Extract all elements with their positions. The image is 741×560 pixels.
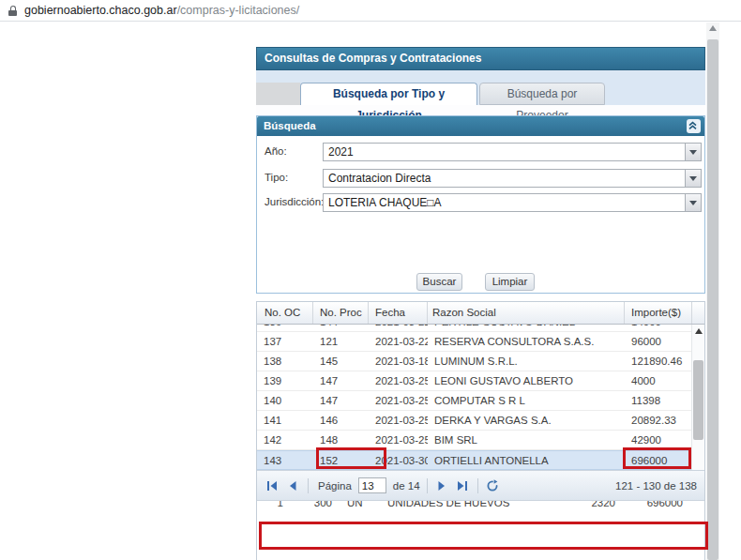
results-cell: 2021-03-25	[369, 371, 428, 390]
results-header-spacer	[692, 302, 704, 324]
url-path: /compras-y-licitaciones/	[177, 4, 300, 17]
results-cell: 42900	[625, 431, 692, 449]
last-page-button[interactable]	[454, 477, 471, 494]
results-cell: ORTIELLI ANTONELLA	[428, 451, 625, 469]
search-panel-title: Búsqueda	[264, 120, 316, 131]
page-label: Página	[318, 480, 352, 492]
refresh-button[interactable]	[484, 477, 501, 494]
next-page-icon	[436, 480, 447, 492]
field-label-tipo: Tipo:	[265, 172, 288, 183]
results-cell: 142	[257, 431, 313, 449]
results-cell: 139	[257, 371, 313, 390]
results-cell: COMPUTAR S R L	[428, 391, 625, 410]
results-row[interactable]: 1381452021-03-18LUMINUM S.R.L.121890.46	[257, 352, 704, 371]
results-scrollbar-thumb[interactable]	[693, 360, 703, 440]
results-cell: 144	[313, 325, 369, 331]
results-cell: 96000	[625, 332, 692, 351]
results-cell: 14000	[625, 325, 692, 331]
panel-title: Consultas de Compras y Contrataciones	[256, 47, 705, 70]
refresh-icon	[486, 479, 499, 492]
results-cell: 4000	[625, 371, 692, 390]
results-cell: 140	[257, 391, 313, 410]
prev-page-button[interactable]	[284, 477, 301, 494]
pager-range-label: 121 - 130 de 138	[615, 480, 697, 492]
results-cell: 143	[257, 451, 313, 469]
anio-select[interactable]: 2021	[323, 143, 702, 161]
lock-icon[interactable]	[8, 6, 18, 17]
results-column-header[interactable]: Importe($)	[625, 302, 692, 324]
anio-select-value: 2021	[328, 144, 684, 160]
results-row[interactable]: 1361442021-03-22PERTILE GUSTAVO DANIEL14…	[257, 325, 704, 332]
last-page-icon	[456, 480, 468, 492]
results-cell: 138	[257, 352, 313, 371]
results-column-header[interactable]: Fecha	[369, 302, 428, 324]
results-row[interactable]: 1401472021-03-25COMPUTAR S R L11398	[257, 391, 704, 411]
results-cell: 145	[313, 352, 369, 371]
first-page-icon	[266, 480, 279, 492]
chevron-down-icon[interactable]	[685, 170, 701, 187]
first-page-button[interactable]	[264, 477, 280, 494]
results-cell: 146	[313, 411, 369, 430]
highlight-box-importe	[623, 447, 691, 469]
results-cell: 121	[313, 332, 369, 351]
page-scrollbar[interactable]	[706, 23, 719, 560]
results-cell: 121890.46	[625, 352, 692, 371]
results-header: No. OCNo. ProcFechaRazon SocialImporte($…	[257, 302, 704, 325]
pager-toolbar: Página de 14 121 - 130 de 1	[257, 470, 704, 501]
collapse-panel-button[interactable]	[687, 119, 701, 133]
results-cell: 2021-03-25	[369, 431, 428, 449]
results-row[interactable]: 1371212021-03-22RESERVA CONSULTORA S.A.S…	[257, 332, 704, 352]
results-cell: 136	[257, 325, 313, 331]
results-cell: 141	[257, 411, 313, 430]
results-row[interactable]: 1411462021-03-25DERKA Y VARGAS S.A.20892…	[257, 411, 704, 431]
chevron-down-icon[interactable]	[685, 194, 701, 211]
results-cell: 2021-03-22	[369, 332, 428, 351]
jurisdiccion-select[interactable]: LOTERIA CHAQUE□A	[323, 193, 702, 212]
tipo-select-value: Contratacion Directa	[328, 170, 684, 187]
results-row[interactable]: 1391472021-03-25LEONI GUSTAVO ALBERTO400…	[257, 371, 704, 391]
results-cell: 2021-03-25	[369, 411, 428, 430]
tab-busqueda-tipo-jurisdiccion[interactable]: Búsqueda por Tipo y Jurisdicción	[300, 83, 477, 105]
results-column-header[interactable]: Razon Social	[428, 302, 625, 324]
results-cell: 2021-03-18	[369, 352, 428, 371]
results-cell: BIM SRL	[428, 431, 625, 449]
page: gobiernoabierto.chaco.gob.ar/compras-y-l…	[0, 0, 741, 560]
page-scrollbar-thumb[interactable]	[707, 39, 718, 560]
buscar-button[interactable]: Buscar	[416, 273, 462, 291]
field-label-anio: Año:	[265, 145, 287, 157]
scroll-up-icon[interactable]	[695, 328, 703, 334]
next-page-button[interactable]	[433, 477, 450, 494]
scroll-up-icon[interactable]	[709, 25, 717, 31]
highlight-box-detail-row	[259, 522, 708, 550]
results-column-header[interactable]: No. OC	[257, 302, 313, 324]
results-cell: 147	[313, 391, 369, 410]
limpiar-button[interactable]: Limpiar	[485, 273, 535, 291]
tab-strip-left-block	[256, 83, 300, 105]
double-chevron-up-icon	[687, 119, 699, 131]
prev-page-icon	[287, 480, 298, 492]
results-column-header[interactable]: No. Proc	[313, 302, 369, 324]
results-cell: 2021-03-25	[369, 391, 428, 410]
results-cell: LUMINUM S.R.L.	[428, 352, 625, 371]
url-domain: gobiernoabierto.chaco.gob.ar	[24, 4, 177, 17]
results-scrollbar[interactable]	[691, 325, 704, 470]
results-cell: 2021-03-22	[369, 325, 428, 331]
chevron-down-icon[interactable]	[685, 144, 701, 160]
browser-address-bar[interactable]: gobiernoabierto.chaco.gob.ar/compras-y-l…	[0, 0, 741, 22]
tab-busqueda-proveedor[interactable]: Búsqueda por Proveedor	[479, 83, 605, 105]
tab-strip-gap	[256, 105, 705, 115]
tipo-select[interactable]: Contratacion Directa	[323, 169, 702, 188]
url-text[interactable]: gobiernoabierto.chaco.gob.ar/compras-y-l…	[24, 3, 299, 18]
field-label-jurisdiccion: Jurisdicción:	[265, 196, 324, 207]
jurisdiccion-select-value: LOTERIA CHAQUE□A	[328, 194, 684, 211]
results-cell: 147	[313, 371, 369, 390]
results-cell: 20892.33	[625, 411, 692, 430]
results-cell: LEONI GUSTAVO ALBERTO	[428, 371, 625, 390]
page-number-input[interactable]	[358, 477, 386, 493]
results-cell: DERKA Y VARGAS S.A.	[428, 411, 625, 430]
results-cell: 137	[257, 332, 313, 351]
results-cell: 11398	[625, 391, 692, 410]
page-of-label: de 14	[393, 480, 420, 492]
results-cell: RESERVA CONSULTORA S.A.S.	[428, 332, 625, 351]
highlight-box-fecha	[316, 447, 386, 469]
